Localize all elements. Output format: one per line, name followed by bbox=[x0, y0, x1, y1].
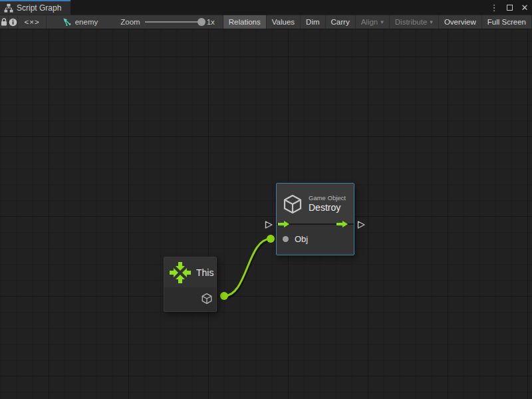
script-graph-window: Script Graph ⋮ ✕ bbox=[0, 0, 532, 399]
graph-name-label: enemy bbox=[75, 18, 98, 26]
game-object-output-port[interactable] bbox=[201, 293, 213, 305]
zoom-slider-thumb[interactable] bbox=[198, 18, 205, 26]
align-label: Align bbox=[361, 18, 378, 26]
chevron-down-icon: ▾ bbox=[380, 19, 384, 25]
graph-hierarchy-icon bbox=[4, 3, 13, 13]
menu-kebab-icon[interactable]: ⋮ bbox=[489, 3, 499, 12]
dim-button[interactable]: Dim bbox=[301, 15, 325, 29]
graph-reference[interactable]: enemy bbox=[63, 15, 98, 29]
carry-button[interactable]: Carry bbox=[326, 15, 356, 29]
info-icon bbox=[9, 18, 17, 27]
info-button[interactable] bbox=[9, 15, 18, 29]
flow-input-port-triangle[interactable] bbox=[264, 220, 273, 229]
destroy-node-supertitle: Game Object bbox=[309, 194, 346, 202]
maximize-icon[interactable] bbox=[505, 3, 514, 12]
tab-script-graph[interactable]: Script Graph bbox=[0, 0, 70, 15]
destroy-node-title: Destroy bbox=[309, 202, 346, 214]
lock-icon bbox=[0, 18, 8, 27]
close-icon[interactable]: ✕ bbox=[520, 3, 529, 12]
full-screen-label: Full Screen bbox=[487, 18, 526, 26]
distribute-dropdown[interactable]: Distribute ▾ bbox=[390, 15, 439, 29]
relations-button[interactable]: Relations bbox=[223, 15, 267, 29]
zoom-label: Zoom bbox=[120, 18, 140, 26]
node-destroy[interactable]: Game Object Destroy Obj bbox=[276, 183, 354, 255]
maximize-glyph bbox=[507, 5, 513, 11]
wire-end-dot bbox=[267, 235, 275, 243]
connection-wire bbox=[0, 29, 532, 399]
script-graph-asset-icon bbox=[63, 17, 72, 27]
overview-label: Overview bbox=[444, 18, 476, 26]
variables-toggle-button[interactable]: <×> bbox=[18, 15, 46, 29]
zoom-slider[interactable] bbox=[145, 21, 202, 23]
node-this[interactable]: This bbox=[164, 257, 217, 312]
this-converge-arrows-icon bbox=[168, 261, 192, 285]
dim-label: Dim bbox=[306, 18, 319, 26]
flow-input-arrow-icon[interactable] bbox=[278, 220, 290, 228]
lock-button[interactable] bbox=[0, 15, 9, 29]
this-node-title: This bbox=[196, 267, 213, 278]
values-button[interactable]: Values bbox=[267, 15, 301, 29]
wire-start-dot bbox=[220, 292, 228, 300]
graph-canvas[interactable]: This bbox=[0, 29, 532, 399]
window-controls: ⋮ ✕ bbox=[489, 0, 529, 15]
game-object-cube-icon bbox=[282, 194, 303, 215]
carry-label: Carry bbox=[331, 18, 350, 26]
flow-output-arrow-icon[interactable] bbox=[336, 220, 348, 228]
zoom-control: Zoom 1x bbox=[120, 15, 215, 29]
this-node-header: This bbox=[164, 257, 216, 287]
tab-title: Script Graph bbox=[17, 3, 61, 13]
zoom-value: 1x bbox=[207, 18, 215, 26]
align-dropdown[interactable]: Align ▾ bbox=[356, 15, 390, 29]
relations-label: Relations bbox=[229, 18, 261, 26]
full-screen-button[interactable]: Full Screen bbox=[482, 15, 532, 29]
destroy-node-titles: Game Object Destroy bbox=[309, 194, 346, 213]
distribute-label: Distribute bbox=[395, 18, 428, 26]
destroy-node-header: Game Object Destroy bbox=[277, 184, 354, 224]
obj-input-port-row[interactable]: Obj bbox=[283, 234, 308, 244]
flow-output-port-triangle[interactable] bbox=[356, 220, 366, 229]
toolbar-toggle-buttons: Relations Values Dim Carry Align ▾ Distr… bbox=[223, 15, 532, 29]
obj-port-label: Obj bbox=[295, 234, 308, 244]
obj-port-dot[interactable] bbox=[283, 236, 289, 242]
values-label: Values bbox=[272, 18, 295, 26]
graph-toolbar: <×> enemy Zoom 1x Relations bbox=[0, 15, 532, 29]
tab-bar: Script Graph ⋮ ✕ bbox=[0, 0, 532, 15]
angle-x-icon: <×> bbox=[24, 18, 39, 26]
chevron-down-icon: ▾ bbox=[430, 19, 433, 25]
overview-button[interactable]: Overview bbox=[439, 15, 482, 29]
